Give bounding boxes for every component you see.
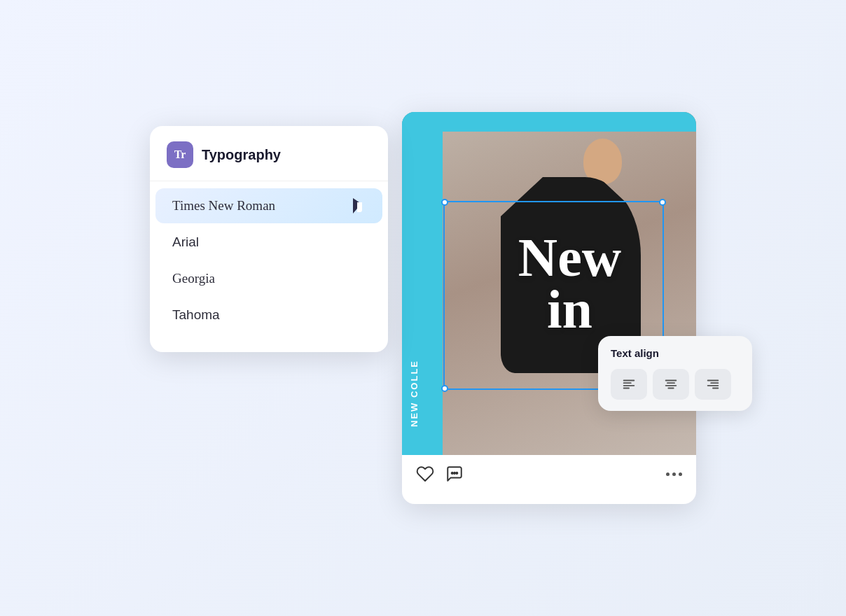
font-label-georgia: Georgia xyxy=(172,271,215,286)
svg-rect-5 xyxy=(623,385,635,386)
align-right-icon xyxy=(705,377,721,392)
scene: NEW COLLE New in xyxy=(150,70,696,546)
dot1 xyxy=(666,472,670,476)
svg-rect-13 xyxy=(707,385,719,386)
panel-header: Tr Typography xyxy=(150,141,388,181)
svg-rect-9 xyxy=(665,385,677,386)
font-item-tahoma[interactable]: Tahoma xyxy=(155,298,382,332)
cursor-notch xyxy=(357,202,362,212)
text-align-panel: Text align xyxy=(598,336,752,411)
align-panel-title: Text align xyxy=(611,347,740,359)
svg-rect-3 xyxy=(623,380,635,382)
font-label-times: Times New Roman xyxy=(172,198,275,213)
cursor-indicator xyxy=(353,198,368,214)
cyan-side-bar: NEW COLLE xyxy=(402,112,443,455)
post-card: NEW COLLE New in xyxy=(402,112,696,504)
more-button[interactable] xyxy=(666,472,682,476)
font-label-arial: Arial xyxy=(172,234,199,249)
dot2 xyxy=(672,472,676,476)
svg-rect-8 xyxy=(667,382,675,384)
svg-point-2 xyxy=(456,472,457,474)
like-button[interactable] xyxy=(416,465,434,483)
align-right-button[interactable] xyxy=(695,369,731,400)
align-center-button[interactable] xyxy=(653,369,689,400)
font-label-tahoma: Tahoma xyxy=(172,307,220,322)
svg-rect-10 xyxy=(667,388,674,389)
cyan-top-bar xyxy=(402,112,696,132)
cursor-shape xyxy=(353,198,361,214)
svg-rect-14 xyxy=(712,388,719,389)
font-item-arial[interactable]: Arial xyxy=(155,225,382,260)
font-list: Times New Roman Arial Georgia Tahoma xyxy=(150,181,388,340)
svg-rect-7 xyxy=(665,380,677,382)
svg-point-0 xyxy=(452,472,453,474)
font-item-georgia[interactable]: Georgia xyxy=(155,261,382,296)
panel-title: Typography xyxy=(202,147,281,163)
align-buttons xyxy=(611,369,740,400)
align-left-button[interactable] xyxy=(611,369,647,400)
post-actions xyxy=(402,455,696,493)
svg-rect-11 xyxy=(707,380,719,382)
svg-point-1 xyxy=(454,472,455,474)
svg-rect-4 xyxy=(623,382,632,384)
comment-button[interactable] xyxy=(445,465,464,483)
font-item-times[interactable]: Times New Roman xyxy=(155,188,382,223)
typography-panel: Tr Typography Times New Roman Arial Geor… xyxy=(150,126,388,352)
svg-rect-12 xyxy=(710,382,719,384)
dot3 xyxy=(679,472,682,476)
side-label: NEW COLLE xyxy=(409,360,419,427)
typography-icon: Tr xyxy=(167,141,193,168)
svg-rect-6 xyxy=(623,388,630,389)
align-center-icon xyxy=(663,377,679,392)
align-left-icon xyxy=(621,377,637,392)
